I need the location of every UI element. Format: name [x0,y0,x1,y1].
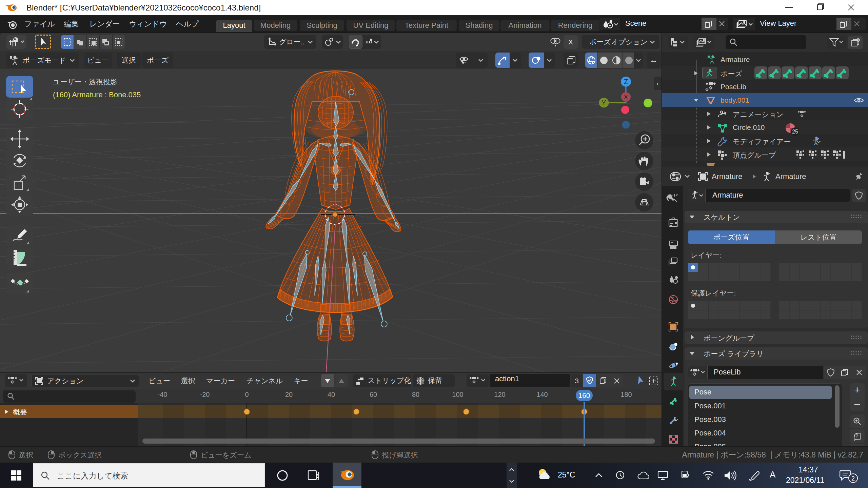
svg-text:X: X [624,94,628,101]
svg-text:Z: Z [624,78,628,85]
svg-text:2: 2 [851,475,855,482]
svg-text:25: 25 [792,129,798,135]
svg-text:?: ? [855,433,858,439]
svg-text:Y: Y [601,99,606,106]
